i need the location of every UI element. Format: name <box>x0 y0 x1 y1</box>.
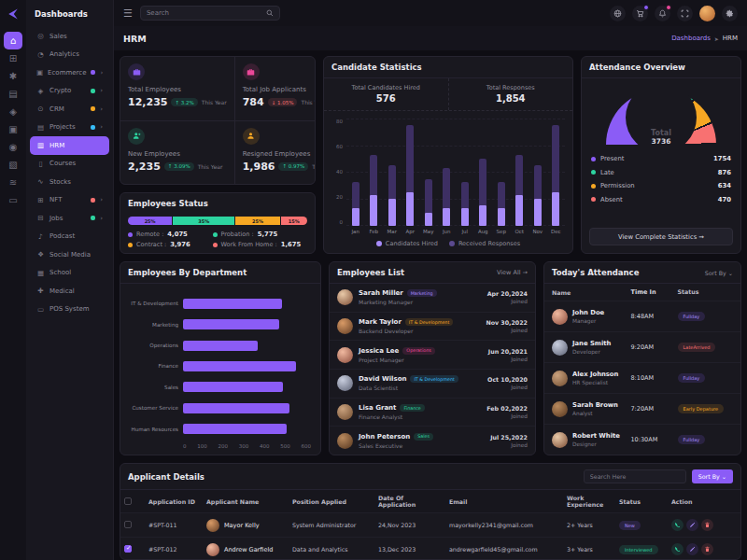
bonus-icon[interactable]: ▣ <box>4 120 22 138</box>
sidebar-item-hrm[interactable]: ▥HRM <box>30 136 109 155</box>
attendance-row[interactable]: John DoeManager8:48AMFullday <box>544 301 740 332</box>
employees-status-bar: 25%35%25%15% <box>128 217 307 225</box>
candidates-hired-segment <box>388 199 396 226</box>
app-logo-icon[interactable] <box>5 6 21 22</box>
sidebar-item-school[interactable]: ▦School <box>30 264 109 283</box>
x-tick-label: 200 <box>218 443 229 449</box>
edit-button[interactable] <box>686 543 698 555</box>
attendance-row[interactable]: Alex JohnsonHR Specialist8:10AMFullday <box>544 363 740 394</box>
sidebar-title: Dashboards <box>26 7 113 27</box>
column-header-work-experience: Work Experience <box>563 490 615 513</box>
sidebar-item-nft[interactable]: ⊞NFT› <box>30 191 109 210</box>
x-tick-label: Dec <box>550 229 561 234</box>
sidebar-item-crypto[interactable]: ◈Crypto› <box>30 82 109 101</box>
employee-list-item[interactable]: Mark TaylorIT & DevelopmentBackend Devel… <box>330 313 535 342</box>
sidebar-item-projects[interactable]: ▤Projects› <box>30 119 109 137</box>
employee-list-item[interactable]: David WilsonIT & DevelopmentData Scienti… <box>330 370 535 399</box>
y-tick-label: 40 <box>331 169 343 175</box>
sidebar-item-stocks[interactable]: ∿Stocks <box>30 173 109 191</box>
breadcrumb-separator-icon: ➤ <box>714 35 719 42</box>
stat-period: This Year <box>202 99 227 105</box>
sidebar-item-courses[interactable]: ▯Courses <box>30 155 109 174</box>
employee-list-item[interactable]: Jessica LeeOperationsProject ManagerJun … <box>330 341 535 370</box>
search-input[interactable] <box>147 9 262 17</box>
row-checkbox[interactable] <box>124 545 132 553</box>
view-all-link[interactable]: View All → <box>497 269 528 276</box>
applicant-search-input[interactable] <box>590 473 680 480</box>
plugins-icon[interactable]: ✱ <box>4 67 22 85</box>
user-avatar[interactable] <box>699 6 715 21</box>
menu-toggle-icon[interactable]: ☰ <box>123 7 133 20</box>
employee-list-item[interactable]: John PetersonSalesSales ExecutiveJul 25,… <box>330 427 535 455</box>
candidates-hired-segment <box>406 192 414 226</box>
applicant-row[interactable]: #SPT-011Mayor KellySystem Administrator2… <box>120 513 740 538</box>
sidebar-item-social-media[interactable]: ❖Social Media <box>30 245 109 264</box>
language-icon[interactable] <box>610 6 626 21</box>
department-bar-row: IT & Development <box>126 299 311 309</box>
employee-list-item[interactable]: Lisa GrantFinanceFinance AnalystFeb 02,2… <box>330 399 535 427</box>
column-header-position-applied: Position Applied <box>289 490 374 513</box>
view-complete-statistics-button[interactable]: View Complete Statistics → <box>589 228 733 245</box>
cart-icon[interactable] <box>632 6 648 21</box>
charts-icon[interactable]: ≋ <box>4 174 22 191</box>
sidebar-item-ecommerce[interactable]: ▣Ecommerce› <box>30 63 109 82</box>
employees-status-legend: Remote :4,075Probation :5,775Contract :3… <box>120 231 315 248</box>
settings-icon[interactable] <box>722 6 738 21</box>
breadcrumb: Dashboards ➤ HRM <box>671 35 738 42</box>
sidebar-item-jobs[interactable]: ⊟Jobs› <box>30 209 109 228</box>
breadcrumb-dashboards[interactable]: Dashboards <box>671 35 711 42</box>
joined-label: Joined <box>487 385 528 390</box>
pages-icon[interactable]: ▤ <box>4 85 22 103</box>
department-tag: Sales <box>414 433 433 441</box>
stat-period: This Year <box>301 99 316 105</box>
status-segment: 25% <box>128 217 172 225</box>
join-date: Jul 25,2022 <box>490 434 528 441</box>
apps-icon[interactable]: ⊞ <box>4 49 22 67</box>
notification-dot <box>91 198 95 203</box>
delete-button[interactable] <box>701 543 713 555</box>
gallery-icon[interactable]: ▧ <box>4 156 22 174</box>
bell-icon[interactable] <box>655 6 670 21</box>
candidate-statistics-card: Candidate Statistics Total Candidates Hi… <box>323 56 573 254</box>
attendance-row[interactable]: Sarah BrownAnalyst7:20AMEarly Depature <box>544 394 740 425</box>
applicant-row[interactable]: #SPT-012Andrew GarfieldData and Analytic… <box>120 538 740 560</box>
avatar <box>206 519 219 532</box>
total-responses: Total Responses 1,854 <box>448 78 573 110</box>
sidebar-item-medical[interactable]: ✚Medical <box>30 282 109 301</box>
call-button[interactable] <box>671 543 684 555</box>
delete-button[interactable] <box>701 519 713 531</box>
stat-card-total-job-applicants: Total Job Applicants784↓ 1.05%This Year <box>235 57 316 120</box>
attendance-legend-item: Late876 <box>591 169 731 176</box>
attendance-sort-by[interactable]: Sort By ⌄ <box>705 270 733 276</box>
tables-icon[interactable]: ▭ <box>4 191 22 209</box>
sidebar-item-podcast[interactable]: ♪Podcast <box>30 228 109 246</box>
applicant-sort-by-button[interactable]: Sort By ⌄ <box>692 469 733 483</box>
edit-button[interactable] <box>686 519 698 531</box>
row-checkbox[interactable] <box>124 521 132 528</box>
received-responses-segment <box>425 179 432 213</box>
department-tag: IT & Development <box>410 375 458 383</box>
sidebar-item-analytics[interactable]: ◔Analytics <box>30 46 109 64</box>
fullscreen-icon[interactable] <box>677 6 693 21</box>
employee-list-item[interactable]: Sarah MillerMarketingMarketing ManagerAp… <box>330 284 535 313</box>
stat-card-resigned-employees: Resigned Employees1,986↑ 0.97%This Year <box>235 121 316 185</box>
select-all-checkbox[interactable] <box>124 497 132 505</box>
column-header-email: Email <box>445 490 563 513</box>
status-legend-item: Remote :4,075 <box>128 231 207 238</box>
call-button[interactable] <box>671 519 684 531</box>
sidebar-item-crm[interactable]: ⊙CRM› <box>30 100 109 119</box>
attendance-row[interactable]: Robert WhiteDesigner10:30AMFullday <box>544 425 740 455</box>
received-responses-segment <box>461 182 469 209</box>
attendance-row[interactable]: Jane SmithDeveloper9:20AMLateArrived <box>544 332 740 363</box>
employees-by-department-title: Employees By Department <box>120 262 320 284</box>
sidebar-item-pos-system[interactable]: ▭POS System <box>30 301 109 319</box>
widgets-icon[interactable]: ◈ <box>4 103 22 120</box>
sidebar-item-label: School <box>49 269 103 276</box>
candidates-hired-segment <box>443 208 450 226</box>
candidate-chart-categories: JanFebMarAprMayJunJulAugSepOctNovDec <box>346 226 565 235</box>
home-icon[interactable]: ⌂ <box>4 32 22 49</box>
sidebar-item-sales[interactable]: ◎Sales <box>30 27 109 46</box>
employee-name: Lisa Grant <box>359 404 396 412</box>
department-bar-row: Customer Service <box>126 403 311 413</box>
media-icon[interactable]: ◉ <box>4 138 22 156</box>
